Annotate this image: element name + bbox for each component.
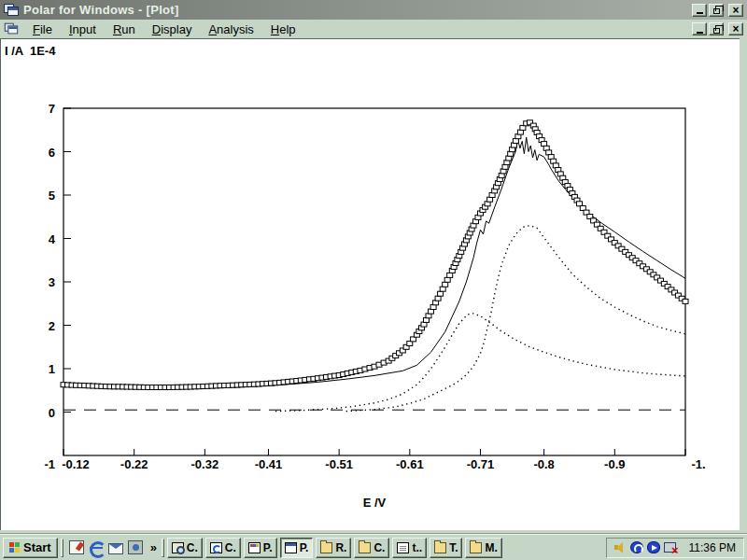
task-button-label: P.	[263, 541, 273, 554]
svg-text:5: 5	[49, 189, 55, 203]
minimize-icon	[697, 12, 703, 14]
menu-item-display[interactable]: Display	[144, 21, 201, 38]
window-titlebar: Polar for Windows - [Plot] ×	[0, 0, 747, 20]
quick-launch-bar	[66, 540, 146, 554]
svg-text:3: 3	[49, 275, 55, 289]
task-button-label: C.	[225, 541, 236, 554]
close-icon: ×	[732, 24, 739, 34]
svg-text:-0.9: -0.9	[604, 457, 625, 471]
taskbar-grip[interactable]	[162, 539, 164, 557]
folder-icon	[359, 542, 371, 553]
svg-text:7: 7	[49, 102, 55, 116]
screen: Polar for Windows - [Plot] × FileInputRu…	[0, 0, 747, 560]
start-button[interactable]: Start	[3, 538, 58, 558]
volume-icon[interactable]	[614, 541, 627, 553]
notepad-icon	[397, 542, 409, 553]
folder-icon	[434, 542, 446, 553]
internet-explorer-icon[interactable]	[89, 540, 104, 554]
close-button[interactable]: ×	[728, 4, 743, 17]
window-controls: ×	[692, 4, 743, 17]
task-button-label: C.	[374, 541, 385, 554]
task-button-7[interactable]: t..	[392, 538, 427, 558]
task-button-2[interactable]: C.	[205, 538, 241, 558]
polar-window-icon	[285, 542, 297, 553]
task-button-5[interactable]: R.	[316, 538, 351, 558]
svg-text:-0.22: -0.22	[120, 457, 148, 471]
svg-text:-0.32: -0.32	[191, 457, 219, 471]
svg-text:-0.61: -0.61	[396, 457, 424, 471]
task-button-4[interactable]: P.	[280, 538, 314, 558]
svg-text:2: 2	[49, 319, 55, 333]
task-button-label: R.	[335, 541, 346, 554]
task-button-label: t..	[412, 541, 422, 554]
show-desktop-icon[interactable]	[69, 540, 84, 554]
task-buttons: C.C.P.P.R.C.t..T.M.	[167, 538, 502, 558]
svg-text:-1.: -1.	[691, 457, 705, 471]
task-button-8[interactable]: T.	[430, 538, 462, 558]
task-button-6[interactable]: C.	[354, 538, 389, 558]
menu-item-file[interactable]: File	[24, 21, 61, 38]
svg-text:-0.12: -0.12	[62, 457, 90, 471]
menu-items: FileInputRunDisplayAnalysisHelp	[24, 21, 304, 38]
app-icon[interactable]	[4, 4, 19, 17]
restore-button[interactable]	[709, 4, 724, 17]
menubar: FileInputRunDisplayAnalysisHelp ×	[0, 20, 747, 38]
task-button-label: T.	[449, 541, 458, 554]
restore-icon	[713, 28, 720, 34]
outlook-express-icon[interactable]	[108, 543, 123, 554]
system-tray: 11:36 PM	[606, 538, 744, 558]
find-computer-icon	[172, 542, 184, 553]
svg-text:0: 0	[49, 406, 55, 420]
task-button-1[interactable]: C.	[167, 538, 203, 558]
svg-text:-0.41: -0.41	[255, 457, 283, 471]
folder-icon	[320, 542, 332, 553]
task-button-label: P.	[300, 541, 309, 554]
minimize-button[interactable]	[692, 4, 707, 17]
x-axis-label: E /V	[63, 496, 685, 510]
taskbar-clock: 11:36 PM	[689, 541, 736, 554]
svg-text:4: 4	[49, 232, 56, 246]
display-error-icon[interactable]	[664, 542, 676, 553]
taskbar-grip[interactable]	[61, 539, 63, 557]
task-button-3[interactable]: P.	[244, 538, 277, 558]
taskbar: Start » C.C.P.P.R.C.t..T.M. 11:36 PM	[0, 534, 747, 560]
svg-text:-0.71: -0.71	[467, 457, 495, 471]
mdi-child-icon[interactable]	[5, 23, 18, 35]
svg-text:1: 1	[49, 362, 55, 376]
menu-item-help[interactable]: Help	[262, 21, 304, 38]
minimize-icon	[697, 32, 703, 34]
svg-text:-0.51: -0.51	[325, 457, 353, 471]
folder-icon	[470, 542, 482, 553]
mdi-restore-button[interactable]	[709, 22, 724, 35]
internet-explorer-page-icon	[210, 542, 222, 553]
menu-item-analysis[interactable]: Analysis	[200, 21, 261, 38]
start-label: Start	[23, 540, 51, 554]
menu-item-run[interactable]: Run	[105, 21, 144, 38]
overflow-chevron-icon[interactable]: »	[148, 540, 159, 554]
close-icon: ×	[732, 6, 739, 15]
paint-icon	[248, 542, 261, 553]
menu-item-input[interactable]: Input	[61, 21, 105, 38]
channels-icon[interactable]	[128, 540, 143, 554]
mdi-close-button[interactable]: ×	[728, 22, 743, 35]
window-title: Polar for Windows - [Plot]	[23, 3, 179, 17]
mdi-window-controls: ×	[692, 22, 743, 35]
svg-text:6: 6	[49, 146, 55, 160]
windows-logo-icon	[9, 542, 21, 553]
tray-round-icon-2[interactable]	[647, 541, 660, 553]
restore-icon	[713, 8, 720, 14]
svg-text:-1: -1	[44, 457, 55, 471]
task-button-9[interactable]: M.	[465, 538, 501, 558]
tray-round-icon-1[interactable]	[630, 541, 643, 553]
mdi-minimize-button[interactable]	[692, 22, 707, 35]
plot-client-area: I /A 1E-4 76543210-1-0.12-0.22-0.32-0.41…	[0, 38, 740, 530]
plot-canvas: 76543210-1-0.12-0.22-0.32-0.41-0.51-0.61…	[1, 39, 740, 531]
task-button-label: C.	[187, 541, 198, 554]
svg-text:-0.8: -0.8	[533, 457, 554, 471]
task-button-label: M.	[485, 541, 497, 554]
